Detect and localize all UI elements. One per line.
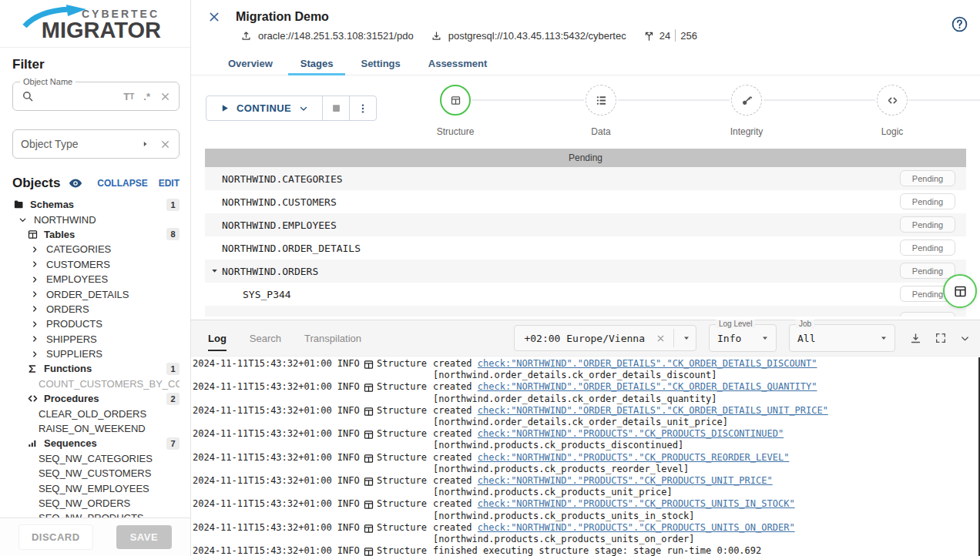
object-name-input[interactable]: Object Name TT .* [12,82,180,111]
count-badge: 8 [166,228,180,240]
log-text: [northwind.order_details.ck_order_detail… [433,417,728,427]
expand-right-icon[interactable] [139,139,150,149]
eye-icon[interactable] [68,176,83,191]
edit-button[interactable]: EDIT [159,178,180,189]
tab-settings[interactable]: Settings [347,52,414,75]
tree-item-raise-on-weekend[interactable]: RAISE_ON_WEEKEND [12,421,180,436]
step-connector [909,99,980,101]
log-message-line: created check:"NORTHWIND"."ORDER_DETAILS… [433,405,980,417]
object-type-label: Object Type [21,138,78,150]
continue-button[interactable]: CONTINUE [206,96,322,120]
timezone-select[interactable]: +02:00 Europe/Vienna [514,325,696,351]
log-link[interactable]: check:"NORTHWIND"."PRODUCTS"."CK_PRODUCT… [478,475,773,486]
match-case-icon[interactable]: TT [123,91,134,102]
log-message: created check:"NORTHWIND"."PRODUCTS"."CK… [433,452,980,475]
log-link[interactable]: check:"NORTHWIND"."PRODUCTS"."CK_PRODUCT… [478,498,795,509]
structure-stage-fab[interactable] [943,274,977,308]
tree-item-sequences[interactable]: Sequences7 [12,436,180,450]
tree-item-suppliers[interactable]: SUPPLIERS [12,347,180,361]
caret-down-icon[interactable] [210,266,220,276]
table-row-sys-p344[interactable]: SYS_P344Pending [205,283,966,306]
tree-item-customers[interactable]: CUSTOMERS [12,257,180,272]
tree-item-label: CLEAR_OLD_ORDERS [39,408,146,420]
tree-item-seq-nw-employees[interactable]: SEQ_NW_EMPLOYEES [12,481,180,495]
tree-item-clear-old-orders[interactable]: CLEAR_OLD_ORDERS [12,406,180,420]
fullscreen-icon[interactable] [935,332,947,344]
download-log-icon[interactable] [909,332,922,345]
tree-item-seq-nw-orders[interactable]: SEQ_NW_ORDERS [12,496,180,511]
collapse-panel-icon[interactable] [959,333,971,344]
tab-stages[interactable]: Stages [287,52,347,75]
chevron-right-icon [29,273,41,286]
log-timestamp: 2024-11-11T15:43:32+01:00 INFO [193,428,361,440]
tab-assessment[interactable]: Assessment [414,52,502,75]
count-badge: 2 [166,393,180,405]
tree-item-seq-nw-categories[interactable]: SEQ_NW_CATEGORIES [12,451,180,466]
log-text: created [433,428,478,439]
table-row-northwind-categories[interactable]: NORTHWIND.CATEGORIESPending [205,167,966,190]
log-level-dropdown-icon[interactable] [760,333,770,343]
tree-item-seq-nw-products[interactable]: SEQ_NW_PRODUCTS [12,511,180,517]
tree-item-northwind[interactable]: NORTHWIND [12,212,180,226]
stage-step-logic[interactable] [877,85,908,116]
log-category: Structure [376,381,427,393]
count-total: 256 [680,30,697,42]
regex-icon[interactable]: .* [143,91,150,102]
log-tab-search[interactable]: Search [250,333,281,344]
close-icon[interactable] [208,11,220,23]
save-button[interactable]: SAVE [116,525,172,549]
tree-item-employees[interactable]: EMPLOYEES [12,272,180,286]
log-tab-transpilation[interactable]: Transpilation [304,333,361,344]
table-row-northwind-order-details[interactable]: NORTHWIND.ORDER_DETAILSPending [205,236,966,260]
log-level-select[interactable]: Log Level Info [709,324,777,352]
tree-item-shippers[interactable]: SHIPPERS [12,332,180,347]
tree-item-count-customers-by-count[interactable]: COUNT_CUSTOMERS_BY_COUNT... [12,377,180,391]
log-timestamp: 2024-11-11T15:43:32+01:00 INFO [193,452,361,464]
table-row-northwind-employees[interactable]: NORTHWIND.EMPLOYEESPending [205,213,966,236]
log-link[interactable]: check:"NORTHWIND"."ORDER_DETAILS"."CK_OR… [478,381,817,392]
tree-item-products[interactable]: PRODUCTS [12,317,180,331]
log-text: created [433,452,478,463]
log-timestamp: 2024-11-11T15:43:32+01:00 INFO [193,475,361,487]
timezone-dropdown-icon[interactable] [682,333,691,343]
stage-step-structure[interactable] [440,85,471,116]
tree-item-label: EMPLOYEES [46,273,108,285]
tree-item-tables[interactable]: Tables8 [12,227,180,242]
tree-item-orders[interactable]: ORDERS [12,302,180,317]
tab-overview[interactable]: Overview [214,52,287,75]
log-tab-log[interactable]: Log [208,333,227,344]
log-link[interactable]: check:"NORTHWIND"."PRODUCTS"."CK_PRODUCT… [478,452,790,463]
stop-button[interactable] [322,96,349,120]
job-dropdown-icon[interactable] [879,333,888,343]
clear-search-icon[interactable] [159,91,171,102]
help-icon[interactable] [951,15,968,33]
timezone-clear-icon[interactable] [656,333,666,343]
status-badge: Pending [900,170,955,186]
discard-button[interactable]: DISCARD [18,524,93,550]
log-link[interactable]: check:"NORTHWIND"."PRODUCTS"."CK_PRODUCT… [478,428,784,439]
continue-label: CONTINUE [237,102,291,114]
collapse-button[interactable]: COLLAPSE [97,178,147,189]
tree-item-categories[interactable]: CATEGORIES [12,242,180,256]
table-row-more[interactable]: Pending [205,306,966,317]
log-link[interactable]: check:"NORTHWIND"."PRODUCTS"."CK_PRODUCT… [478,522,795,533]
table-icon [361,358,376,370]
stage-step-integrity[interactable] [731,85,762,116]
object-type-select[interactable]: Object Type [12,129,180,159]
log-link[interactable]: check:"NORTHWIND"."ORDER_DETAILS"."CK_OR… [478,358,817,369]
table-row-northwind-customers[interactable]: NORTHWIND.CUSTOMERSPending [205,190,966,213]
tree-item-functions[interactable]: Functions1 [12,361,180,376]
upload-icon [240,30,252,42]
log-link[interactable]: check:"NORTHWIND"."ORDER_DETAILS"."CK_OR… [478,405,828,416]
tree-item-order-details[interactable]: ORDER_DETAILS [12,286,180,301]
clear-type-icon[interactable] [159,139,171,150]
migration-header: Migration Demo oracle://148.251.53.108:3… [191,0,980,42]
job-select[interactable]: Job All [789,324,895,352]
stage-step-data[interactable] [586,85,616,116]
status-badge: Pending [900,239,955,256]
tree-item-procedures[interactable]: Procedures2 [12,391,180,406]
tree-item-schemas[interactable]: Schemas1 [12,197,180,212]
tree-item-seq-nw-customers[interactable]: SEQ_NW_CUSTOMERS [12,466,180,481]
more-options-button[interactable] [349,96,376,120]
table-row-northwind-orders[interactable]: NORTHWIND.ORDERSPending [205,260,966,283]
